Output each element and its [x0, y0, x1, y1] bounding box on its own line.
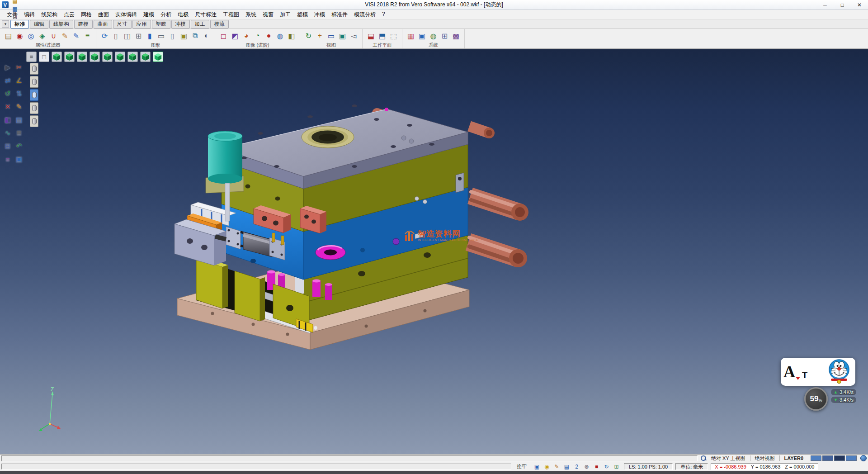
- menu-item-12[interactable]: 系统: [242, 10, 259, 19]
- toolbar-icon-workplane-standard[interactable]: ⬓: [365, 30, 377, 42]
- status-bulb[interactable]: ◉: [543, 463, 551, 470]
- close-button[interactable]: ✕: [851, 0, 868, 10]
- toolbar-icon-zoom-window[interactable]: ▭: [326, 30, 337, 42]
- display-hidden-line-button[interactable]: [30, 76, 38, 88]
- tab-3[interactable]: 建模: [74, 20, 93, 28]
- status-monitor[interactable]: ▣: [533, 463, 541, 470]
- globe-icon[interactable]: [860, 455, 867, 461]
- menu-item-17[interactable]: 标准件: [328, 10, 351, 19]
- display-shaded-edges-button[interactable]: [30, 102, 38, 114]
- menu-item-18[interactable]: 模流分析: [351, 10, 379, 19]
- net-speed-badge[interactable]: 59 %: [804, 387, 828, 411]
- tab-9[interactable]: 加工: [191, 20, 209, 28]
- toolbar-icon-edit-attributes[interactable]: ✎: [59, 30, 71, 42]
- menu-item-10[interactable]: 尺寸标注: [192, 10, 220, 19]
- toolbar-icon-hidden-line-view[interactable]: ◩: [229, 30, 241, 42]
- layer-color-segment-0[interactable]: [811, 455, 821, 461]
- view-menu-button[interactable]: ≡: [26, 52, 37, 62]
- snapshot-tool-icon[interactable]: ▣: [14, 153, 24, 166]
- toolbar-icon-match-properties[interactable]: ≡: [82, 30, 93, 42]
- undo-tool-icon[interactable]: ↶: [14, 140, 24, 152]
- active-layer-label[interactable]: LAYER0: [781, 455, 807, 461]
- view-back-button[interactable]: [115, 52, 125, 62]
- toolbar-icon-display-settings[interactable]: ▣: [416, 30, 428, 42]
- toolbar-icon-filter-binoculars[interactable]: ◎: [25, 30, 37, 42]
- view-iso-rear-button[interactable]: [140, 52, 151, 62]
- toolbar-icon-redraw[interactable]: ⟳: [99, 30, 110, 42]
- toolbar-icon-toggle-shading[interactable]: ◐: [201, 30, 212, 42]
- select-tool-icon[interactable]: ▶: [2, 61, 13, 74]
- minimize-button[interactable]: ─: [816, 0, 834, 10]
- toolbar-icon-rendered-view[interactable]: ●: [263, 30, 274, 42]
- status-grid[interactable]: ⊞: [613, 463, 620, 470]
- mirror-tool-icon[interactable]: ⇅: [14, 87, 24, 100]
- measure-tool-icon[interactable]: ∠: [14, 74, 24, 87]
- toolbar-icon-viewport-split[interactable]: ◫: [122, 30, 133, 42]
- menu-item-1[interactable]: 编辑: [21, 10, 38, 19]
- view-top-button[interactable]: [64, 52, 75, 62]
- maximize-button[interactable]: □: [834, 0, 851, 10]
- zoom-status-icon[interactable]: [700, 455, 707, 461]
- tab-7[interactable]: 塑膜: [152, 20, 170, 28]
- toolbar-icon-magnet-snap[interactable]: ∪: [48, 30, 59, 42]
- tab-8[interactable]: 冲模: [171, 20, 190, 28]
- toolbar-icon-show-cylinders[interactable]: ▯: [167, 30, 178, 42]
- toolbar-icon-viewport-active[interactable]: ▮: [144, 30, 156, 42]
- delete-tool-icon[interactable]: ✕: [2, 100, 13, 113]
- view-dynamic-button[interactable]: [153, 52, 163, 62]
- tab-1[interactable]: 编辑: [30, 20, 48, 28]
- annotate-tool-icon[interactable]: ≣: [14, 127, 24, 139]
- display-shaded-button[interactable]: [30, 89, 38, 101]
- toolbar-icon-rotate-view[interactable]: ↻: [303, 30, 314, 42]
- save-file-button[interactable]: ▦: [10, 5, 19, 13]
- menu-item-4[interactable]: 网格: [78, 10, 95, 19]
- menu-item-2[interactable]: 线架构: [38, 10, 61, 19]
- menu-item-16[interactable]: 冲模: [311, 10, 328, 19]
- layer-color-segment-1[interactable]: [822, 455, 833, 461]
- menu-item-13[interactable]: 视窗: [259, 10, 277, 19]
- edit-tool-icon[interactable]: ✎: [14, 100, 24, 113]
- view-box-button[interactable]: ◻: [39, 52, 49, 62]
- display-transparent-button[interactable]: [30, 115, 38, 127]
- toolbar-icon-filter-elements[interactable]: ◉: [14, 30, 25, 42]
- tab-4[interactable]: 曲面: [94, 20, 112, 28]
- toolbar-icon-viewport-single[interactable]: ▯: [110, 30, 122, 42]
- menu-item-9[interactable]: 电极: [175, 10, 192, 19]
- view-left-button[interactable]: [102, 52, 113, 62]
- status-pencil[interactable]: ✎: [553, 463, 561, 470]
- toolbar-icon-workplane-dynamic[interactable]: ⬒: [377, 30, 388, 42]
- view-bottom-button[interactable]: [127, 52, 138, 62]
- toolbar-icon-pan-view[interactable]: +: [314, 30, 326, 42]
- tab-6[interactable]: 应用: [132, 20, 151, 28]
- tab-dropdown-button[interactable]: ▾: [2, 20, 9, 28]
- menu-item-19[interactable]: ?: [379, 10, 388, 19]
- toolbar-icon-color-settings[interactable]: ▦: [405, 30, 416, 42]
- menu-item-5[interactable]: 曲面: [95, 10, 112, 19]
- display-wireframe-button[interactable]: [30, 63, 38, 75]
- view-iso-button[interactable]: [52, 52, 62, 62]
- layer-color-segment-3[interactable]: [846, 455, 857, 461]
- toolbar-icon-viewport-quad[interactable]: ⊞: [133, 30, 144, 42]
- layers-tool-icon[interactable]: ≡: [2, 153, 13, 166]
- view-front-button[interactable]: [77, 52, 87, 62]
- 3d-viewport[interactable]: ≡ ◻: [0, 49, 868, 454]
- plot-button[interactable]: ⊟: [10, 13, 19, 21]
- toolbar-icon-copy-attributes[interactable]: ✎: [71, 30, 82, 42]
- toolbar-icon-table-settings[interactable]: ⊞: [439, 30, 450, 42]
- toolbar-icon-transparency-view[interactable]: ◍: [274, 30, 286, 42]
- status-record[interactable]: ■: [593, 463, 600, 470]
- toolbar-icon-shaded-view[interactable]: ◕: [241, 30, 252, 42]
- menu-item-3[interactable]: 点云: [61, 10, 78, 19]
- toolbar-icon-system-options[interactable]: ▩: [450, 30, 462, 42]
- sheet-tool-icon[interactable]: ▤: [14, 114, 24, 126]
- status-gear[interactable]: ⊛: [583, 463, 590, 470]
- toolbar-icon-world-settings[interactable]: ◍: [428, 30, 439, 42]
- toolbar-icon-show-boxes[interactable]: ▣: [178, 30, 189, 42]
- menu-item-11[interactable]: 工程图: [220, 10, 242, 19]
- toolbar-icon-attribute-manager[interactable]: ▤: [3, 30, 14, 42]
- solid-tool-icon[interactable]: ◧: [2, 114, 13, 126]
- tab-10[interactable]: 模流: [210, 20, 229, 28]
- open-file-button[interactable]: ▤: [10, 0, 19, 5]
- menu-item-6[interactable]: 实体编辑: [112, 10, 140, 19]
- grid-tool-icon[interactable]: ⊞: [2, 140, 13, 152]
